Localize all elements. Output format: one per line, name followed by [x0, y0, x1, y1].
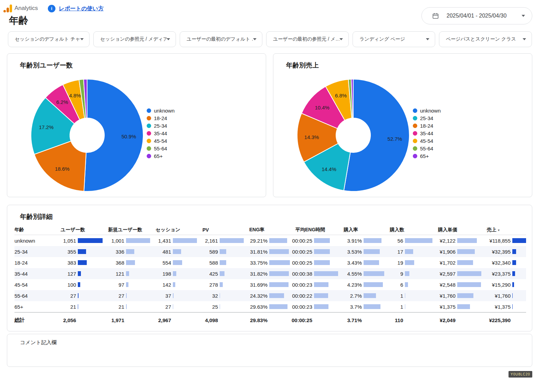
column-header-6[interactable]: 平均ENG時間 — [290, 227, 338, 233]
cell-bar — [457, 282, 481, 287]
cell-bar — [173, 293, 197, 298]
filter-chip-3[interactable]: ユーザーの最初の参照元 / メ… — [266, 31, 349, 47]
column-header-3[interactable]: セッション — [150, 227, 197, 233]
cell-bar — [126, 304, 150, 309]
cell-value: 19 — [397, 260, 403, 266]
table-cell: 17 — [384, 249, 432, 255]
table-cell: ¥23,375 — [481, 271, 526, 277]
column-header-4[interactable]: PV — [197, 227, 244, 233]
cell-bar — [78, 304, 103, 309]
table-cell: 27 — [103, 293, 150, 299]
cell-value: ¥1,906 — [440, 249, 455, 255]
column-header-9[interactable]: 購入単価 — [432, 227, 481, 233]
cell-bar — [78, 260, 103, 265]
total-cell: 3.71% — [338, 317, 384, 323]
table-cell: 589 — [197, 249, 244, 255]
chevron-down-icon — [253, 38, 256, 40]
table-cell: unknown — [14, 238, 55, 244]
table-cell: 3.53% — [338, 249, 384, 255]
cell-bar — [78, 271, 103, 276]
cell-value: 4.55% — [347, 271, 362, 277]
cell-value: ¥23,375 — [492, 271, 511, 277]
cell-value: ¥1,375 — [495, 304, 511, 310]
column-header-7[interactable]: 購入率 — [338, 227, 384, 233]
cell-bar — [364, 260, 384, 265]
table-cell: 35-44 — [14, 271, 55, 277]
cell-value: 00:00:23 — [292, 282, 312, 288]
cell-bar — [220, 293, 244, 298]
column-header-0[interactable]: 年齢 — [14, 227, 55, 233]
cell-value: 100 — [67, 282, 76, 288]
table-cell: 142 — [150, 282, 197, 288]
filter-chip-0[interactable]: セッションのデフォルト チャ… — [8, 31, 90, 47]
table-cell: 19 — [384, 260, 432, 266]
filter-chip-label: ユーザーの最初の参照元 / メ… — [273, 36, 339, 42]
cell-value: 37 — [165, 293, 171, 299]
date-range-picker[interactable]: 2025/04/01 - 2025/04/30 — [421, 7, 532, 24]
cell-value: ¥1,702 — [440, 260, 455, 266]
cell-value: 21 — [70, 304, 76, 310]
cell-bar — [364, 304, 384, 309]
cell-bar — [269, 293, 290, 298]
cell-bar — [78, 282, 103, 287]
date-range-value: 2025/04/01 - 2025/04/30 — [447, 13, 506, 19]
table-cell: 00:00:22 — [290, 293, 338, 299]
info-icon[interactable]: i — [48, 5, 55, 12]
cell-value: 00:00:25 — [292, 238, 312, 244]
table-row-45-54: 45-541009714227831.69%00:00:234.23%6¥2,5… — [14, 279, 526, 290]
legend-item-45-54: 45-54 — [147, 138, 175, 144]
cell-bar — [126, 260, 150, 265]
cell-value: ¥118,855 — [490, 238, 511, 244]
cell-value: 1,431 — [158, 238, 171, 244]
column-header-10[interactable]: 売上▾ — [481, 227, 526, 233]
table-cell: 1,431 — [150, 238, 197, 244]
cell-bar — [269, 304, 290, 309]
table-cell: 00:00:23 — [290, 282, 338, 288]
legend-dot-icon — [413, 131, 417, 136]
cell-value: 425 — [209, 271, 218, 277]
table-cell: ¥32,395 — [481, 249, 526, 255]
legend-label: 45-54 — [154, 138, 167, 144]
column-header-2[interactable]: 新規ユーザー数 — [103, 227, 150, 233]
table-cell: 27 — [150, 304, 197, 310]
legend-label: 25-34 — [154, 123, 167, 129]
filter-chip-2[interactable]: ユーザーの最初のデフォルト … — [180, 31, 262, 47]
column-header-8[interactable]: 購入数 — [384, 227, 432, 233]
column-header-1[interactable]: ユーザー数 — [55, 227, 103, 233]
cell-bar — [364, 249, 384, 254]
table-row-unknown: unknown1,0511,0011,4312,16129.21%00:00:2… — [14, 235, 526, 246]
filter-chip-5[interactable]: ページパスとスクリーン クラス — [439, 31, 532, 47]
donut-slice-unknown[interactable] — [344, 79, 409, 191]
cell-value: 6 — [400, 282, 403, 288]
slice-percent-label: 4.8% — [69, 93, 81, 98]
page-title: 年齢 — [9, 14, 28, 27]
table-cell: 3.7% — [338, 304, 384, 310]
table-cell: 588 — [197, 260, 244, 266]
total-cell: 110 — [384, 317, 432, 323]
table-cell: 00:00:25 — [290, 238, 338, 244]
report-help-link[interactable]: レポートの使い方 — [59, 5, 104, 12]
cell-value: ¥15,290 — [492, 282, 511, 288]
chevron-down-icon — [523, 38, 526, 40]
table-total-row: 総計2,0561,9712,9674,09829.83%00:00:253.71… — [14, 312, 526, 328]
legend-item-18-24: 18-24 — [413, 123, 441, 128]
cell-bar — [364, 271, 384, 276]
chart-title-revenue: 年齢別売上 — [286, 61, 319, 70]
filter-chip-1[interactable]: セッションの参照元 / メディア — [93, 31, 176, 47]
comment-box[interactable]: コメント記入欄 — [7, 334, 532, 367]
legend-label: 55-64 — [420, 146, 433, 151]
cell-bar — [405, 271, 432, 276]
column-header-5[interactable]: ENG率 — [244, 227, 290, 233]
cell-bar — [364, 238, 384, 243]
legend-label: 55-64 — [154, 146, 167, 151]
total-cell: 2,967 — [150, 317, 197, 323]
table-cell: 21 — [103, 304, 150, 310]
table-cell: 24.32% — [244, 293, 290, 299]
legend-dot-icon — [147, 139, 151, 143]
table-cell: 00:00:38 — [290, 271, 338, 277]
legend-label: 35-44 — [154, 130, 167, 136]
cell-value: 00:00:22 — [292, 293, 312, 299]
filter-chip-4[interactable]: ランディング ページ — [353, 31, 435, 47]
cell-value: 31.81% — [250, 249, 268, 255]
cell-value: 3.53% — [347, 249, 362, 255]
